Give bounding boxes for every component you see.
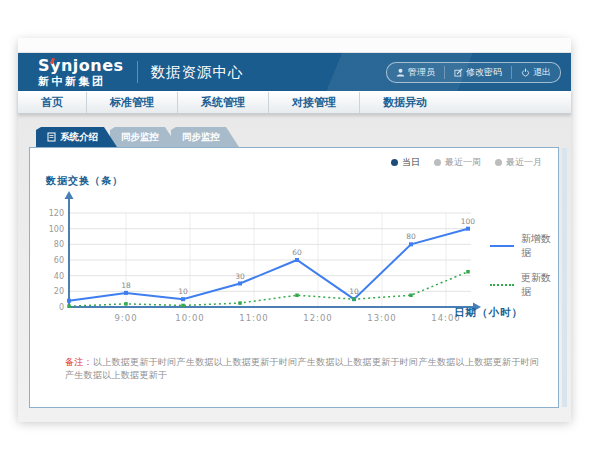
svg-text:10: 10 (178, 287, 188, 296)
page: Synjones 新中新集团 数据资源中心 管理员 (0, 0, 600, 450)
app-window: Synjones 新中新集团 数据资源中心 管理员 (18, 38, 571, 420)
admin-user-button[interactable]: 管理员 (387, 66, 444, 79)
tab-label: 同步监控 (182, 127, 220, 147)
filter-last-week[interactable]: 最近一周 (434, 156, 481, 169)
filter-label: 最近一月 (506, 156, 542, 169)
legend-line-solid (490, 245, 514, 247)
svg-text:100: 100 (461, 217, 476, 226)
radio-icon (495, 159, 502, 166)
nav-item-system-mgmt[interactable]: 系统管理 (177, 92, 268, 113)
svg-text:10: 10 (349, 287, 359, 296)
app-header: Synjones 新中新集团 数据资源中心 管理员 (18, 53, 571, 91)
scrollbar[interactable] (562, 148, 567, 407)
logout-button[interactable]: 退出 (511, 66, 560, 79)
legend-line-dotted (490, 284, 514, 286)
nav-item-standard-mgmt[interactable]: 标准管理 (86, 92, 177, 113)
tab-label: 同步监控 (121, 127, 159, 147)
time-range-filters: 当日 最近一周 最近一月 (391, 156, 542, 169)
radio-icon (434, 159, 441, 166)
svg-text:60: 60 (54, 256, 64, 265)
admin-user-label: 管理员 (408, 66, 435, 79)
main-nav: 首页 标准管理 系统管理 对接管理 数据异动 (18, 91, 571, 114)
legend-item-new-data: 新增数据 (490, 232, 558, 260)
legend-label: 新增数据 (521, 232, 558, 260)
user-menu: 管理员 修改密码 退出 (386, 62, 561, 83)
svg-text:11:00: 11:00 (239, 313, 269, 323)
content-area: 系统介绍 同步监控 同步监控 当日 最近一周 (18, 114, 571, 422)
svg-text:40: 40 (54, 272, 64, 281)
legend-label: 更新数据 (521, 271, 558, 299)
filter-label: 最近一周 (445, 156, 481, 169)
footnote-prefix: 备注： (65, 357, 93, 367)
tab-bar: 系统介绍 同步监控 同步监控 (36, 127, 239, 147)
svg-text:80: 80 (54, 240, 64, 249)
window-top-strip (18, 38, 571, 53)
logout-label: 退出 (533, 66, 551, 79)
nav-item-data-change[interactable]: 数据异动 (359, 92, 450, 113)
nav-item-home[interactable]: 首页 (18, 92, 86, 113)
nav-item-interface-mgmt[interactable]: 对接管理 (268, 92, 359, 113)
y-axis-title: 数据交换（条） (46, 174, 123, 188)
footnote: 备注：以上数据更新于时间产生数据以上数据更新于时间产生数据以上数据更新于时间产生… (65, 356, 545, 381)
svg-text:12:00: 12:00 (303, 313, 333, 323)
chart-panel: 当日 最近一周 最近一月 数据交换（条） 0204060801001209:00… (29, 147, 559, 408)
legend-item-updated-data: 更新数据 (490, 271, 558, 299)
svg-text:120: 120 (49, 209, 64, 218)
change-password-button[interactable]: 修改密码 (444, 66, 511, 79)
svg-text:30: 30 (235, 272, 245, 281)
user-icon (396, 68, 405, 77)
logo-text-cn: 新中新集团 (38, 76, 124, 87)
edit-icon (454, 68, 463, 77)
filter-last-month[interactable]: 最近一月 (495, 156, 542, 169)
tab-label: 系统介绍 (60, 127, 98, 147)
filter-today[interactable]: 当日 (391, 156, 420, 169)
chart-legend: 新增数据 更新数据 (490, 232, 558, 310)
svg-text:18: 18 (121, 281, 131, 290)
tab-sync-monitor-2[interactable]: 同步监控 (171, 127, 239, 147)
svg-text:20: 20 (54, 287, 64, 296)
svg-text:100: 100 (49, 225, 64, 234)
svg-text:9:00: 9:00 (114, 313, 137, 323)
svg-text:80: 80 (406, 232, 416, 241)
svg-text:0: 0 (59, 303, 64, 312)
radio-icon (391, 159, 398, 166)
page-title: 数据资源中心 (137, 61, 244, 83)
footnote-text: 以上数据更新于时间产生数据以上数据更新于时间产生数据以上数据更新于时间产生数据以… (65, 357, 539, 380)
tab-sync-monitor-1[interactable]: 同步监控 (110, 127, 178, 147)
filter-label: 当日 (402, 156, 420, 169)
change-password-label: 修改密码 (466, 66, 502, 79)
power-icon (521, 68, 530, 77)
header-inner: Synjones 新中新集团 数据资源中心 管理员 (18, 53, 571, 91)
svg-text:60: 60 (292, 248, 302, 257)
svg-text:13:00: 13:00 (367, 313, 397, 323)
svg-text:10:00: 10:00 (175, 313, 205, 323)
company-logo: Synjones 新中新集团 (38, 58, 124, 87)
tab-system-intro[interactable]: 系统介绍 (36, 127, 117, 147)
document-icon (47, 132, 56, 142)
